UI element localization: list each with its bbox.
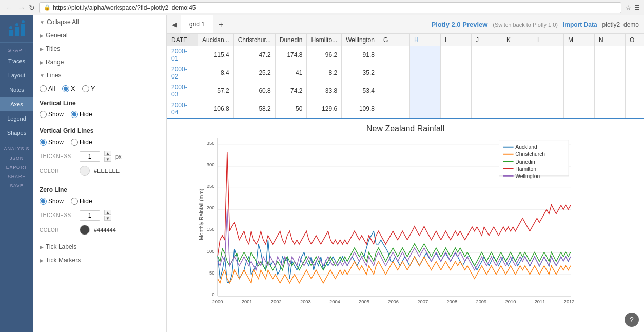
zeroline-show-radio[interactable]	[40, 198, 47, 205]
axis-all-radio[interactable]	[40, 85, 47, 92]
tick-labels-toggle[interactable]: ▶ Tick Labels	[33, 240, 166, 253]
col-header-date[interactable]: DATE	[167, 34, 198, 46]
sidebar-item-shapes[interactable]: Shapes	[0, 126, 33, 140]
general-section-toggle[interactable]: ▶ General	[33, 29, 166, 42]
vertical-line-hide[interactable]: Hide	[71, 111, 92, 118]
axis-x-option[interactable]: X	[62, 85, 75, 92]
zeroline-hide[interactable]: Hide	[71, 198, 92, 205]
date-link-2[interactable]: 2000-02	[171, 66, 187, 80]
cell-m-3[interactable]	[563, 82, 594, 100]
cell-j-3[interactable]	[471, 82, 502, 100]
cell-hamilton-1[interactable]: 96.2	[307, 46, 342, 64]
vgrid-thickness-up[interactable]: ▲	[104, 151, 111, 156]
vgrid-color-swatch[interactable]	[80, 166, 90, 176]
switch-back-link[interactable]: (Switch back to Plotly 1.0)	[493, 22, 558, 28]
cell-m-4[interactable]	[563, 100, 594, 118]
cell-k-3[interactable]	[502, 82, 533, 100]
vgrid-thickness-input[interactable]	[80, 151, 100, 162]
cell-date-2[interactable]: 2000-02	[167, 64, 198, 82]
refresh-button[interactable]: ↻	[29, 3, 35, 13]
vgrid-show[interactable]: Show	[40, 139, 64, 146]
col-header-n[interactable]: N	[594, 34, 625, 46]
zeroline-thickness-down[interactable]: ▼	[104, 216, 111, 221]
cell-g-4[interactable]	[379, 100, 409, 118]
cell-christchurch-1[interactable]: 47.2	[233, 46, 275, 64]
sidebar-item-traces[interactable]: Traces	[0, 54, 33, 68]
col-header-k[interactable]: K	[502, 34, 533, 46]
cell-hamilton-4[interactable]: 129.6	[307, 100, 342, 118]
cell-l-1[interactable]	[533, 46, 563, 64]
save-section-label[interactable]: SAVE	[0, 180, 33, 189]
cell-o-3[interactable]	[625, 82, 644, 100]
col-header-i[interactable]: I	[440, 34, 471, 46]
cell-wellington-3[interactable]: 53.4	[342, 82, 379, 100]
url-bar[interactable]: 🔒 https://plot.ly/alpha/workspace/?fid=p…	[39, 2, 621, 13]
col-header-l[interactable]: L	[533, 34, 563, 46]
cell-n-3[interactable]	[594, 82, 625, 100]
forward-button[interactable]: →	[16, 3, 27, 13]
axis-y-radio[interactable]	[82, 85, 89, 92]
vertical-line-show-radio[interactable]	[40, 111, 47, 118]
chart-container[interactable]: Monthly Rainfall (mm) 0 50 100 150 200 2…	[172, 138, 639, 325]
cell-h-3[interactable]	[409, 82, 440, 100]
collapse-all-button[interactable]: ▼ Collapse All	[33, 15, 166, 29]
vgrid-hide-radio[interactable]	[71, 139, 78, 146]
vgrid-thickness-down[interactable]: ▼	[104, 157, 111, 162]
col-header-dunedin[interactable]: Dunedin	[275, 34, 307, 46]
cell-i-2[interactable]	[440, 64, 471, 82]
cell-i-3[interactable]	[440, 82, 471, 100]
cell-date-4[interactable]: 2000-04	[167, 100, 198, 118]
col-header-wellington[interactable]: Wellington	[342, 34, 379, 46]
axis-all-option[interactable]: All	[40, 85, 55, 92]
cell-l-2[interactable]	[533, 64, 563, 82]
cell-g-3[interactable]	[379, 82, 409, 100]
cell-n-1[interactable]	[594, 46, 625, 64]
cell-christchurch-4[interactable]: 58.2	[233, 100, 275, 118]
sidebar-item-axes[interactable]: Axes	[0, 97, 33, 111]
cell-i-1[interactable]	[440, 46, 471, 64]
tab-grid1[interactable]: grid 1	[181, 15, 213, 33]
cell-wellington-2[interactable]: 35.2	[342, 64, 379, 82]
sidebar-item-legend[interactable]: Legend	[0, 111, 33, 126]
axis-x-radio[interactable]	[62, 85, 69, 92]
cell-g-1[interactable]	[379, 46, 409, 64]
cell-wellington-1[interactable]: 91.8	[342, 46, 379, 64]
cell-dunedin-2[interactable]: 41	[275, 64, 307, 82]
col-header-m[interactable]: M	[563, 34, 594, 46]
axis-y-option[interactable]: Y	[82, 85, 95, 92]
cell-h-4[interactable]	[409, 100, 440, 118]
zeroline-thickness-up[interactable]: ▲	[104, 210, 111, 215]
col-header-o[interactable]: O	[625, 34, 644, 46]
cell-n-2[interactable]	[594, 64, 625, 82]
export-section-label[interactable]: EXPORT	[0, 162, 33, 171]
cell-auckland-3[interactable]: 57.2	[198, 82, 234, 100]
cell-k-2[interactable]	[502, 64, 533, 82]
bookmark-icon[interactable]: ☆	[626, 4, 631, 11]
help-button[interactable]: ?	[625, 313, 639, 327]
cell-hamilton-2[interactable]: 8.2	[307, 64, 342, 82]
cell-j-2[interactable]	[471, 64, 502, 82]
cell-auckland-4[interactable]: 106.8	[198, 100, 234, 118]
cell-hamilton-3[interactable]: 33.8	[307, 82, 342, 100]
cell-k-4[interactable]	[502, 100, 533, 118]
zeroline-show[interactable]: Show	[40, 198, 64, 205]
col-header-h[interactable]: H	[409, 34, 440, 46]
vertical-line-hide-radio[interactable]	[71, 111, 78, 118]
vertical-line-show[interactable]: Show	[40, 111, 64, 118]
vgrid-show-radio[interactable]	[40, 139, 47, 146]
date-link-4[interactable]: 2000-04	[171, 102, 187, 116]
lines-section-toggle[interactable]: ▼ Lines	[33, 69, 166, 82]
cell-k-1[interactable]	[502, 46, 533, 64]
cell-i-4[interactable]	[440, 100, 471, 118]
range-section-toggle[interactable]: ▶ Range	[33, 55, 166, 69]
cell-o-4[interactable]	[625, 100, 644, 118]
zeroline-thickness-input[interactable]	[80, 210, 100, 221]
cell-h-2[interactable]	[409, 64, 440, 82]
cell-date-3[interactable]: 2000-03	[167, 82, 198, 100]
json-section-label[interactable]: JSON	[0, 152, 33, 162]
cell-date-1[interactable]: 2000-01	[167, 46, 198, 64]
cell-o-1[interactable]	[625, 46, 644, 64]
cell-m-2[interactable]	[563, 64, 594, 82]
cell-o-2[interactable]	[625, 64, 644, 82]
zeroline-hide-radio[interactable]	[71, 198, 78, 205]
